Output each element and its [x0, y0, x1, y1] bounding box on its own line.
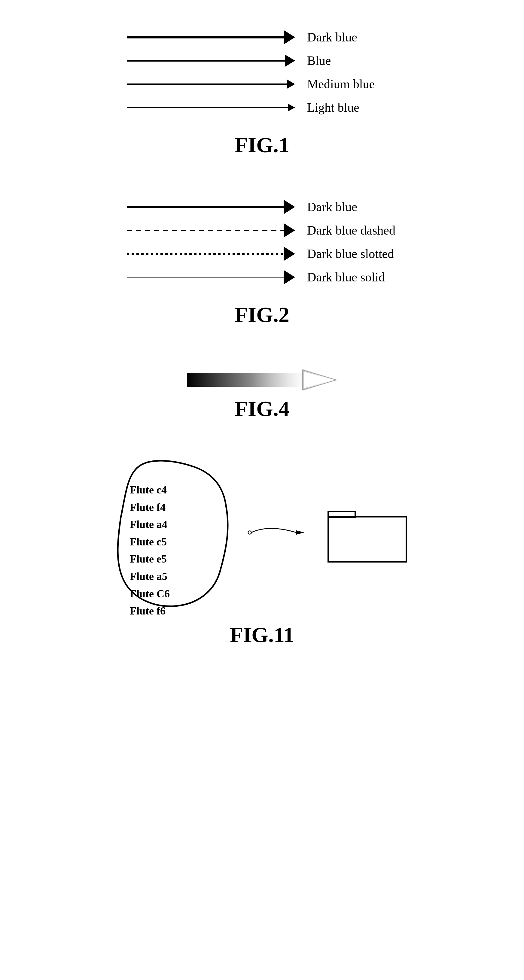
fig2-title: FIG.2 [235, 302, 289, 328]
fig11-section: Flute c4 Flute f4 Flute a4 Flute c5 Flut… [0, 457, 524, 648]
svg-marker-5 [296, 530, 304, 535]
fig1-line-2 [127, 60, 285, 62]
fig4-title: FIG.4 [235, 396, 289, 422]
fig2-arrowhead-1 [284, 200, 295, 214]
fig2-line-4 [127, 277, 284, 277]
fig1-label-3: Medium blue [307, 77, 397, 91]
fig2-row-3: Dark blue slotted [127, 247, 397, 261]
fig2-row-1: Dark blue [127, 200, 397, 214]
fig11-arrow-svg [247, 517, 307, 547]
fig11-blob-text: Flute c4 Flute f4 Flute a4 Flute c5 Flut… [130, 482, 170, 620]
blob-item-3: Flute a4 [130, 516, 170, 533]
fig11-content: Flute c4 Flute f4 Flute a4 Flute c5 Flut… [0, 457, 524, 608]
fig2-row-2: Dark blue dashed [127, 223, 397, 237]
fig1-row-3: Medium blue [127, 77, 397, 91]
page-content: Dark blue Blue Medium blue [0, 0, 524, 665]
blob-item-1: Flute c4 [130, 482, 170, 499]
fig2-label-4: Dark blue solid [307, 270, 397, 285]
fig1-label-4: Light blue [307, 100, 397, 115]
fig1-arrowhead-1 [284, 30, 295, 45]
fig11-folder [325, 500, 409, 566]
fig1-arrowhead-3 [287, 79, 295, 89]
fig1-arrow-3 [127, 79, 295, 89]
blob-item-4: Flute c5 [130, 533, 170, 551]
blob-item-5: Flute e5 [130, 550, 170, 568]
fig2-line-1 [127, 206, 284, 208]
fig1-row-2: Blue [127, 54, 397, 68]
fig1-row-4: Light blue [127, 100, 397, 115]
fig2-row-4: Dark blue solid [127, 270, 397, 285]
fig1-line-1 [127, 36, 284, 38]
fig2-arrow-3 [127, 247, 295, 261]
fig1-arrowhead-4 [288, 103, 295, 111]
fig1-line-3 [127, 83, 287, 85]
fig2-arrowhead-3 [284, 247, 295, 261]
fig2-arrow-2 [127, 223, 295, 237]
fig2-label-1: Dark blue [307, 200, 397, 214]
blob-item-6: Flute a5 [130, 568, 170, 585]
fig11-folder-svg [325, 500, 409, 566]
fig2-section: Dark blue Dark blue dashed Dark blue slo… [127, 200, 397, 328]
fig2-arrowhead-2 [284, 223, 295, 237]
fig11-title: FIG.11 [230, 623, 294, 648]
fig2-arrow-1 [127, 200, 295, 214]
fig1-arrowhead-2 [285, 55, 295, 67]
fig1-row-1: Dark blue [127, 30, 397, 45]
fig1-legend-group: Dark blue Blue Medium blue [127, 30, 397, 115]
fig2-line-3 [127, 253, 284, 255]
fig4-section: FIG.4 [187, 369, 337, 422]
fig1-arrow-2 [127, 55, 295, 67]
svg-rect-0 [187, 373, 304, 387]
blob-item-2: Flute f4 [130, 499, 170, 516]
fig1-arrow-4 [127, 103, 295, 111]
fig2-label-3: Dark blue slotted [307, 247, 397, 261]
blob-item-7: Flute C6 [130, 585, 170, 603]
fig2-line-2 [127, 230, 284, 231]
fig11-blob: Flute c4 Flute f4 Flute a4 Flute c5 Flut… [115, 457, 229, 608]
svg-rect-7 [328, 517, 406, 562]
fig1-title: FIG.1 [235, 133, 289, 158]
fig4-gradient-arrow [187, 369, 337, 390]
fig11-curved-arrow [247, 517, 307, 547]
svg-point-4 [248, 531, 252, 534]
blob-item-8: Flute f6 [130, 603, 170, 620]
fig2-arrow-4 [127, 270, 295, 285]
fig1-arrow-1 [127, 30, 295, 45]
fig1-line-4 [127, 107, 288, 108]
fig2-arrowhead-4 [284, 270, 295, 285]
fig2-label-2: Dark blue dashed [307, 223, 397, 237]
fig1-section: Dark blue Blue Medium blue [127, 30, 397, 158]
fig2-legend-group: Dark blue Dark blue dashed Dark blue slo… [127, 200, 397, 285]
fig4-arrow-container [187, 369, 337, 390]
fig1-label-2: Blue [307, 54, 397, 68]
fig1-label-1: Dark blue [307, 30, 397, 45]
